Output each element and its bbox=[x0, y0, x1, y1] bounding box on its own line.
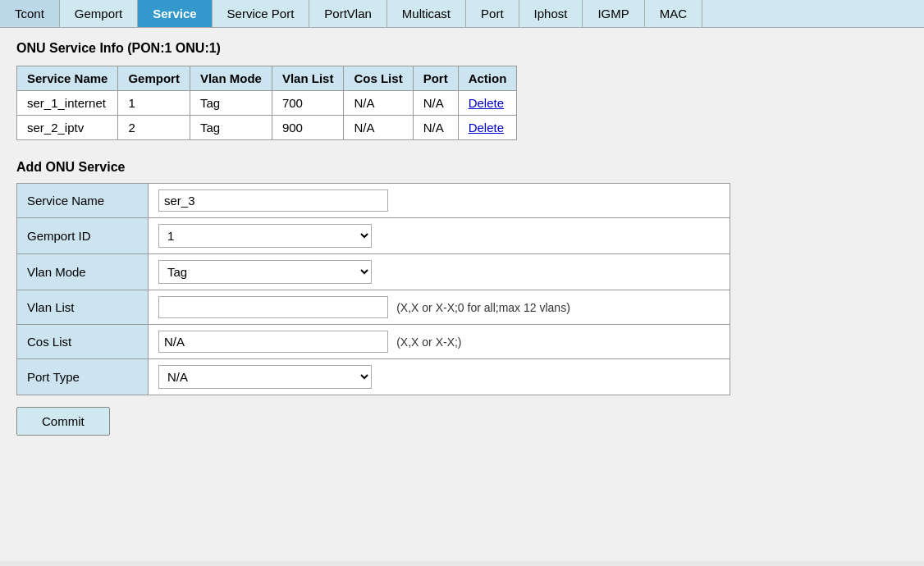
tab-tcont[interactable]: Tcont bbox=[0, 0, 60, 27]
tab-multicast[interactable]: Multicast bbox=[387, 0, 466, 27]
tab-service[interactable]: Service bbox=[138, 0, 212, 27]
gemport-id-label: Gemport ID bbox=[17, 218, 149, 254]
port-type-cell: N/AETHVEIP bbox=[149, 359, 730, 395]
tab-bar: TcontGemportServiceService PortPortVlanM… bbox=[0, 0, 924, 28]
tab-portvlan[interactable]: PortVlan bbox=[309, 0, 387, 27]
delete-link[interactable]: Delete bbox=[469, 121, 504, 135]
cos-list-cell: (X,X or X-X;) bbox=[149, 325, 730, 359]
delete-link[interactable]: Delete bbox=[469, 96, 504, 110]
table-cell: Tag bbox=[190, 116, 272, 140]
table-row: ser_2_iptv2Tag900N/AN/ADelete bbox=[17, 116, 517, 140]
cos-list-label: Cos List bbox=[17, 325, 149, 359]
vlan-list-label: Vlan List bbox=[17, 290, 149, 325]
cos-list-hint: (X,X or X-X;) bbox=[391, 335, 461, 349]
form-row-service-name: Service Name bbox=[17, 184, 730, 218]
col-header-cos-list: Cos List bbox=[344, 66, 413, 91]
col-header-vlan-list: Vlan List bbox=[272, 66, 344, 91]
form-row-cos-list: Cos List (X,X or X-X;) bbox=[17, 325, 730, 359]
service-name-cell bbox=[149, 184, 730, 218]
cos-list-input[interactable] bbox=[158, 331, 388, 353]
action-cell: Delete bbox=[458, 116, 517, 140]
vlan-mode-label: Vlan Mode bbox=[17, 254, 149, 290]
table-cell: 900 bbox=[272, 116, 344, 140]
vlan-list-input[interactable] bbox=[158, 296, 388, 318]
table-cell: N/A bbox=[413, 91, 458, 116]
form-row-gemport-id: Gemport ID 1234 bbox=[17, 218, 730, 254]
col-header-action: Action bbox=[458, 66, 517, 91]
table-cell: 2 bbox=[118, 116, 190, 140]
table-cell: N/A bbox=[344, 116, 413, 140]
main-content: ONU Service Info (PON:1 ONU:1) Service N… bbox=[0, 28, 924, 561]
commit-button[interactable]: Commit bbox=[16, 407, 110, 436]
col-header-port: Port bbox=[413, 66, 458, 91]
form-row-vlan-list: Vlan List (X,X or X-X;0 for all;max 12 v… bbox=[17, 290, 730, 325]
table-cell: Tag bbox=[190, 91, 272, 116]
service-info-table: Service NameGemportVlan ModeVlan ListCos… bbox=[16, 66, 517, 140]
tab-igmp[interactable]: IGMP bbox=[583, 0, 644, 27]
table-cell: ser_1_internet bbox=[17, 91, 118, 116]
add-section-title: Add ONU Service bbox=[16, 160, 908, 175]
form-row-vlan-mode: Vlan Mode TagTransparentTranslation bbox=[17, 254, 730, 290]
tab-mac[interactable]: MAC bbox=[645, 0, 702, 27]
table-cell: 700 bbox=[272, 91, 344, 116]
port-type-select[interactable]: N/AETHVEIP bbox=[158, 365, 372, 389]
port-type-label: Port Type bbox=[17, 359, 149, 395]
table-cell: N/A bbox=[344, 91, 413, 116]
action-cell: Delete bbox=[458, 91, 517, 116]
tab-service-port[interactable]: Service Port bbox=[213, 0, 310, 27]
table-cell: 1 bbox=[118, 91, 190, 116]
col-header-gemport: Gemport bbox=[118, 66, 190, 91]
service-name-input[interactable] bbox=[158, 189, 388, 212]
tab-iphost[interactable]: Iphost bbox=[519, 0, 583, 27]
page-title: ONU Service Info (PON:1 ONU:1) bbox=[16, 41, 908, 56]
gemport-id-select[interactable]: 1234 bbox=[158, 224, 372, 248]
vlan-list-hint: (X,X or X-X;0 for all;max 12 vlans) bbox=[391, 301, 570, 314]
service-name-label: Service Name bbox=[17, 184, 149, 218]
table-cell: ser_2_iptv bbox=[17, 116, 118, 140]
table-row: ser_1_internet1Tag700N/AN/ADelete bbox=[17, 91, 517, 116]
col-header-service-name: Service Name bbox=[17, 66, 118, 91]
table-cell: N/A bbox=[413, 116, 458, 140]
tab-gemport[interactable]: Gemport bbox=[60, 0, 138, 27]
vlan-list-cell: (X,X or X-X;0 for all;max 12 vlans) bbox=[149, 290, 730, 325]
vlan-mode-cell: TagTransparentTranslation bbox=[149, 254, 730, 290]
tab-port[interactable]: Port bbox=[466, 0, 519, 27]
vlan-mode-select[interactable]: TagTransparentTranslation bbox=[158, 260, 372, 284]
form-row-port-type: Port Type N/AETHVEIP bbox=[17, 359, 730, 395]
gemport-id-cell: 1234 bbox=[149, 218, 730, 254]
add-service-form: Service Name Gemport ID 1234 Vlan Mode T… bbox=[16, 183, 730, 395]
col-header-vlan-mode: Vlan Mode bbox=[190, 66, 272, 91]
